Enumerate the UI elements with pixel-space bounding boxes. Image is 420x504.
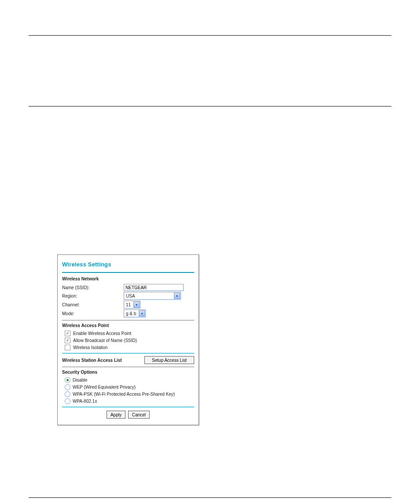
- security-wep-radio[interactable]: [65, 384, 70, 390]
- channel-value: 11: [124, 302, 133, 307]
- security-wpa8021x-radio[interactable]: [65, 398, 70, 404]
- wireless-settings-panel: Wireless Settings Wireless Network Name …: [57, 254, 199, 425]
- setup-access-list-button[interactable]: Setup Access List: [144, 356, 194, 364]
- page-rule-bottom: [29, 497, 391, 498]
- cancel-button[interactable]: Cancel: [128, 411, 150, 419]
- broadcast-ssid-label: Allow Broadcast of Name (SSID): [73, 338, 137, 343]
- security-wpapsk-radio[interactable]: [65, 391, 70, 397]
- security-disable-radio[interactable]: [65, 377, 70, 383]
- region-value: USA: [124, 294, 173, 298]
- ssid-input[interactable]: [124, 284, 184, 291]
- divider: [62, 320, 194, 320]
- mode-value: g & b: [124, 311, 138, 316]
- security-disable-label: Disable: [73, 378, 87, 383]
- divider: [62, 353, 194, 353]
- region-label: Region:: [62, 294, 124, 298]
- chevron-down-icon: ▼: [174, 293, 180, 299]
- enable-ap-checkbox[interactable]: ✓: [65, 331, 70, 336]
- chevron-down-icon: ▼: [133, 302, 140, 308]
- wireless-isolation-checkbox[interactable]: [65, 345, 70, 350]
- channel-label: Channel:: [62, 302, 124, 307]
- section-heading-network: Wireless Network: [62, 276, 194, 281]
- mode-select[interactable]: g & b ▼: [124, 309, 146, 317]
- divider: [62, 407, 194, 407]
- divider: [62, 272, 194, 273]
- page-rule-top: [29, 35, 391, 36]
- region-select[interactable]: USA ▼: [124, 292, 181, 300]
- panel-title: Wireless Settings: [62, 261, 194, 268]
- security-wpapsk-label: WPA-PSK (Wi-Fi Protected Access Pre-Shar…: [73, 392, 175, 397]
- mode-label: Mode:: [62, 311, 124, 316]
- access-list-label: Wireless Station Access List: [62, 358, 122, 363]
- broadcast-ssid-checkbox[interactable]: ✓: [65, 338, 70, 343]
- chevron-down-icon: ▼: [139, 310, 145, 316]
- channel-select[interactable]: 11 ▼: [124, 301, 140, 309]
- section-heading-security: Security Options: [62, 370, 194, 375]
- apply-button[interactable]: Apply: [107, 411, 125, 419]
- radio-selected-icon: [66, 379, 69, 381]
- enable-ap-label: Enable Wireless Access Point: [73, 331, 131, 336]
- ssid-label: Name (SSID):: [62, 285, 124, 290]
- page-rule-mid: [29, 106, 391, 107]
- security-wep-label: WEP (Wired Equivalent Privacy): [73, 385, 136, 390]
- section-heading-ap: Wireless Access Point: [62, 323, 194, 328]
- security-wpa8021x-label: WPA-802.1x: [73, 399, 97, 404]
- divider: [62, 367, 194, 367]
- wireless-isolation-label: Wireless Isolation: [73, 345, 107, 350]
